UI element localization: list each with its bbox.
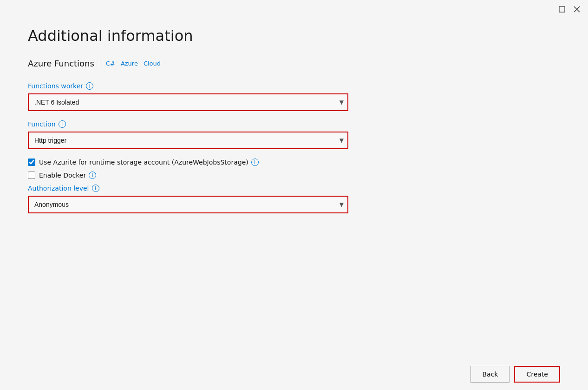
function-group: Function i Http trigger Timer trigger Az… (28, 120, 560, 149)
close-button[interactable] (573, 6, 581, 13)
dialog-window: Additional information Azure Functions C… (0, 0, 588, 390)
subtitle-row: Azure Functions C# Azure Cloud (28, 59, 560, 68)
maximize-button[interactable] (558, 6, 566, 13)
use-azurite-info-icon[interactable]: i (251, 159, 259, 166)
authorization-level-info-icon[interactable]: i (92, 185, 99, 192)
enable-docker-checkbox[interactable] (28, 172, 35, 179)
back-button[interactable]: Back (470, 366, 510, 383)
authorization-level-select-wrapper: Anonymous Function Admin ▼ (28, 196, 348, 213)
use-azurite-label[interactable]: Use Azurite for runtime storage account … (39, 159, 259, 166)
tag-csharp: C# (106, 60, 115, 67)
authorization-level-select[interactable]: Anonymous Function Admin (28, 196, 348, 213)
dialog-content: Additional information Azure Functions C… (0, 13, 588, 358)
function-label: Function i (28, 120, 560, 128)
functions-worker-label: Functions worker i (28, 82, 560, 90)
enable-docker-row: Enable Docker i (28, 172, 560, 179)
function-info-icon[interactable]: i (59, 120, 66, 128)
use-azurite-checkbox[interactable] (28, 159, 35, 166)
functions-worker-info-icon[interactable]: i (86, 82, 93, 90)
enable-docker-info-icon[interactable]: i (89, 172, 96, 179)
subtitle-text: Azure Functions (28, 59, 94, 68)
functions-worker-select-wrapper: .NET 6 Isolated .NET 7 Isolated .NET Fra… (28, 93, 348, 111)
functions-worker-group: Functions worker i .NET 6 Isolated .NET … (28, 82, 560, 111)
use-azurite-row: Use Azurite for runtime storage account … (28, 159, 560, 166)
title-bar (0, 0, 588, 13)
tag-cloud: Cloud (144, 60, 161, 67)
page-title: Additional information (28, 27, 560, 45)
create-button[interactable]: Create (514, 366, 560, 383)
enable-docker-label[interactable]: Enable Docker i (39, 172, 96, 179)
tag-azure: Azure (121, 60, 138, 67)
authorization-level-label: Authorization level i (28, 185, 560, 192)
function-select-wrapper: Http trigger Timer trigger Azure Blob St… (28, 132, 348, 149)
subtitle-separator (100, 60, 100, 67)
dialog-footer: Back Create (0, 358, 588, 390)
svg-rect-0 (559, 7, 565, 12)
authorization-level-group: Authorization level i Anonymous Function… (28, 185, 560, 213)
function-select[interactable]: Http trigger Timer trigger Azure Blob St… (28, 132, 348, 149)
functions-worker-select[interactable]: .NET 6 Isolated .NET 7 Isolated .NET Fra… (28, 93, 348, 111)
